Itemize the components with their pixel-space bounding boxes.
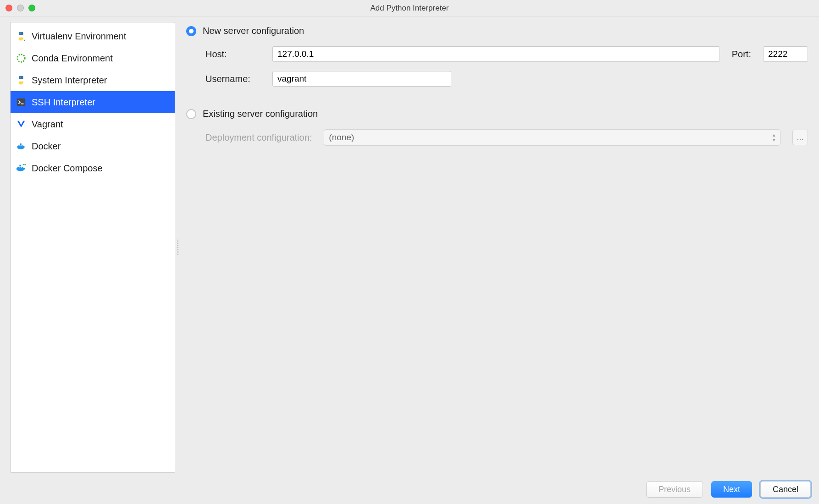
deployment-row: Deployment configuration: (none) ▴▾ ... xyxy=(205,129,808,146)
cancel-button[interactable]: Cancel xyxy=(760,481,811,498)
radio-existing-label: Existing server configuration xyxy=(203,109,318,119)
svg-point-4 xyxy=(20,77,21,77)
deployment-label: Deployment configuration: xyxy=(205,132,312,143)
vagrant-icon xyxy=(16,119,26,129)
grip-icon xyxy=(177,239,179,256)
svg-point-3 xyxy=(17,55,25,62)
sidebar-item-system[interactable]: System Interpreter xyxy=(11,69,175,91)
username-row: Username: xyxy=(205,71,808,87)
svg-rect-6 xyxy=(17,99,25,106)
dialog-footer: Previous Next Cancel xyxy=(10,473,811,498)
cancel-label: Cancel xyxy=(773,485,798,494)
titlebar: Add Python Interpreter xyxy=(0,0,819,16)
sidebar-item-label: Docker xyxy=(32,141,61,152)
main-panel: New server configuration Host: Port: Use… xyxy=(181,22,811,473)
radio-new-label: New server configuration xyxy=(203,26,304,36)
sidebar: v Virtualenv Environment Conda Environme… xyxy=(10,22,175,473)
sidebar-item-docker[interactable]: Docker xyxy=(11,135,175,157)
sidebar-item-label: System Interpreter xyxy=(32,75,107,86)
username-label: Username: xyxy=(205,74,260,84)
split-handle[interactable] xyxy=(175,22,181,473)
sidebar-item-docker-compose[interactable]: Docker Compose xyxy=(11,157,175,179)
python-icon xyxy=(16,75,26,85)
sidebar-item-label: Vagrant xyxy=(32,119,63,130)
split-pane: v Virtualenv Environment Conda Environme… xyxy=(10,22,811,473)
svg-point-1 xyxy=(22,39,22,40)
window-title: Add Python Interpreter xyxy=(0,4,819,13)
deployment-combo[interactable]: (none) ▴▾ xyxy=(324,129,780,146)
dialog-body: v Virtualenv Environment Conda Environme… xyxy=(0,16,819,504)
host-input[interactable] xyxy=(272,46,720,62)
radio-existing[interactable] xyxy=(186,109,196,119)
svg-point-0 xyxy=(20,33,21,33)
username-input[interactable] xyxy=(272,71,451,87)
ellipsis-icon: ... xyxy=(797,133,803,142)
dialog-window: Add Python Interpreter v Virtualenv Envi… xyxy=(0,0,819,504)
sidebar-item-vagrant[interactable]: Vagrant xyxy=(11,113,175,135)
sidebar-item-label: Docker Compose xyxy=(32,163,103,174)
host-label: Host: xyxy=(205,49,260,60)
svg-rect-16 xyxy=(23,164,24,165)
zoom-window-button[interactable] xyxy=(28,5,35,11)
chevron-updown-icon: ▴▾ xyxy=(773,132,775,142)
python-icon: v xyxy=(16,31,26,41)
new-config-section: Host: Port: Username: xyxy=(205,46,808,96)
docker-icon xyxy=(16,141,26,151)
next-button[interactable]: Next xyxy=(711,481,752,498)
port-label: Port: xyxy=(732,49,751,60)
svg-point-5 xyxy=(22,83,22,84)
minimize-window-button[interactable] xyxy=(17,5,24,11)
deployment-value: (none) xyxy=(329,132,354,142)
previous-label: Previous xyxy=(659,485,691,494)
previous-button[interactable]: Previous xyxy=(646,481,703,498)
next-label: Next xyxy=(723,485,740,494)
svg-text:v: v xyxy=(24,38,26,41)
host-row: Host: Port: xyxy=(205,46,808,62)
radio-new[interactable] xyxy=(186,26,196,36)
radio-existing-row[interactable]: Existing server configuration xyxy=(186,109,808,119)
terminal-icon xyxy=(16,97,26,107)
sidebar-item-virtualenv[interactable]: v Virtualenv Environment xyxy=(11,25,175,47)
svg-rect-11 xyxy=(20,143,22,145)
existing-config-section: Deployment configuration: (none) ▴▾ ... xyxy=(205,129,808,155)
sidebar-item-label: Conda Environment xyxy=(32,53,113,64)
window-controls xyxy=(6,5,35,11)
close-window-button[interactable] xyxy=(6,5,12,11)
sidebar-item-label: Virtualenv Environment xyxy=(32,31,126,42)
docker-compose-icon xyxy=(16,163,26,173)
port-input[interactable] xyxy=(763,46,808,62)
deployment-browse-button[interactable]: ... xyxy=(792,130,808,145)
sidebar-item-label: SSH Interpreter xyxy=(32,97,95,108)
sidebar-item-ssh[interactable]: SSH Interpreter xyxy=(11,91,175,113)
conda-icon xyxy=(16,53,26,63)
svg-rect-17 xyxy=(24,164,26,165)
svg-rect-15 xyxy=(19,165,21,167)
radio-new-row[interactable]: New server configuration xyxy=(186,26,808,36)
sidebar-item-conda[interactable]: Conda Environment xyxy=(11,47,175,69)
